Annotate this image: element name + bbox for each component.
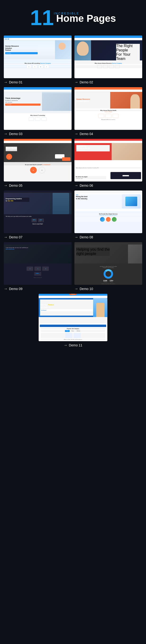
d1-topbar [4,36,72,38]
d5-hero: Hire Now for yourself or a business? ✦ [4,143,72,162]
d10-hero: Helping you find theright people [74,244,142,264]
d1-hero-btn: Learn More [5,52,38,54]
demo-num-08: Demo 08 [80,235,93,239]
demo-thumb-04[interactable]: Human Resource Solution Partner Why choo… [74,87,142,130]
arrow-icon-01: → [4,80,8,84]
demo-num-02: Demo 02 [80,80,93,84]
d6-hero: Empoweringleaders to live lifeon purpose… [74,143,112,161]
demo-item-01[interactable]: Human ResourceSolutionPartner Learn More… [4,36,72,84]
arrow-icon-04: → [74,132,78,136]
d4-bottom: Why choose Physical Health Service Compa… [74,108,142,130]
demo-item-06[interactable]: Empoweringleaders to live lifeon purpose… [74,139,142,188]
demo-thumb-08[interactable]: NEW → Hiring the bestin the industry. We… [74,190,142,233]
d11-tab-design[interactable]: Design [70,330,75,332]
new-badge: NEW [69,294,77,295]
demo-item-04[interactable]: Human Resource Solution Partner Why choo… [74,87,142,136]
page-header: 11 INCREDIBLE Home Pages [0,0,146,33]
demo-item-09[interactable]: I don't know who you are, but I will fin… [4,242,72,291]
demo-num-09: Demo 09 [9,287,22,291]
arrow-icon-02: → [74,80,78,84]
page-title: Home Pages [56,13,116,24]
demo-thumb-10[interactable]: Helping you find theright people Can Hel… [74,242,142,285]
demo-thumb-01[interactable]: Human ResourceSolutionPartner Learn More… [4,36,72,78]
demo-item-02[interactable]: The Right PeopleFor Your Team Get Starte… [74,36,142,84]
demo-label-03[interactable]: → Demo 03 [4,132,22,136]
arrow-icon-10: → [74,287,78,291]
demo-num-04: Demo 04 [80,132,93,136]
demo-item-03[interactable]: Think Advantage Excellent IT services fo… [4,87,72,136]
demo-item-10[interactable]: Helping you find theright people Can Hel… [74,242,142,291]
d11-tab-it[interactable]: IT Jobs [65,330,70,332]
demo-num-10: Demo 10 [80,287,93,291]
d11-bottom: Popular Job Category IT Jobs Design Mark… [39,324,107,341]
demo-label-05[interactable]: → Demo 05 [4,184,22,188]
d4-hero: Human Resource Solution Partner [74,92,142,108]
demo-thumb-09[interactable]: I don't know who you are, but I will fin… [4,242,72,285]
d3-hero: Think Advantage Excellent IT services fo… [4,92,72,111]
d7-hero: Empowering leadersto live life [4,193,72,214]
demo-label-06[interactable]: → Demo 06 [74,184,93,188]
d6-hero-right [112,143,142,161]
d1-bottom: Why choose HR consulting Services Compan… [4,62,72,78]
d8-bottom: We Provide Best Digital Services Leaders… [74,212,142,233]
d10-bottom: Can Help You With Picking Out The BestPe… [74,265,142,285]
d7-hero-title: Empowering leadersto live life [6,198,30,202]
d8-hero-title: Hiring the bestin the industry. [76,196,108,200]
demo-thumb-02[interactable]: The Right PeopleFor Your Team Get Starte… [74,36,142,78]
arrow-icon-11: → [64,343,68,347]
d1-hero-title: Human ResourceSolutionPartner [5,45,38,51]
arrow-icon-06: → [74,184,78,188]
demo-thumb-07[interactable]: Empowering leadersto live life We help y… [4,190,72,233]
d5-hero-title: Hire Now for yourself or a business? [6,147,17,151]
d8-hero: NEW → Hiring the bestin the industry. [74,193,142,211]
demo-num-11: Demo 11 [69,343,82,347]
d11-tab-marketing[interactable]: Marketing [76,330,81,332]
page-number: 11 [30,7,54,28]
demo-label-11[interactable]: → Demo 11 [64,343,82,347]
d3-bottom: Why choose IT consulting [4,113,72,130]
demo-item-11[interactable]: NEW Find Your PerfectJob Platform Get St… [4,294,142,347]
d7-bottom: We help you to go online and increase yo… [4,214,72,233]
d3-hero-subtitle: Excellent IT services foryour success [5,100,40,103]
demo-item-08[interactable]: NEW → Hiring the bestin the industry. We… [74,190,142,239]
d3-hero-title: Think Advantage [5,97,40,99]
d2-bottom: Why choose Human Resource Service Compan… [74,62,142,78]
arrow-icon-08: → [74,235,78,239]
demo-num-07: Demo 07 [9,235,22,239]
page-wrapper: 11 INCREDIBLE Home Pages Human ResourceS… [0,0,146,350]
demo-label-04[interactable]: → Demo 04 [74,132,93,136]
demos-grid: Human ResourceSolutionPartner Learn More… [0,33,146,350]
demo-label-01[interactable]: → Demo 01 [4,80,22,84]
d11-hero-img [93,298,107,317]
demo-item-05[interactable]: Hire Now for yourself or a business? ✦ D… [4,139,72,188]
d11-hero: Find Your PerfectJob Platform Get Starte… [39,298,107,317]
demo-num-05: Demo 05 [9,184,22,188]
arrow-icon-09: → [4,287,8,291]
demo-item-07[interactable]: Empowering leadersto live life We help y… [4,190,72,239]
d1-hero: Human ResourceSolutionPartner Learn More [4,40,72,59]
demo-label-08[interactable]: → Demo 08 [74,235,93,239]
d9-hero-title: I don't know who you are, but I will fin… [6,247,28,250]
d3-hero-btn: Get Started [5,104,40,106]
demo-thumb-06[interactable]: Empoweringleaders to live lifeon purpose… [74,139,142,182]
demo-num-06: Demo 06 [80,184,93,188]
arrow-icon-03: → [4,132,8,136]
d1-nav [4,38,72,40]
d9-hero: I don't know who you are, but I will fin… [4,244,72,264]
demo-label-02[interactable]: → Demo 02 [74,80,93,84]
d6-bottom: Advisor Agency Business Consultant Consu… [74,160,142,182]
d2-hero: The Right PeopleFor Your Team Get Starte… [74,40,142,60]
demo-thumb-05[interactable]: Hire Now for yourself or a business? ✦ D… [4,139,72,182]
arrow-icon-05: → [4,184,8,188]
demo-thumb-11[interactable]: NEW Find Your PerfectJob Platform Get St… [39,294,107,341]
demo-label-10[interactable]: → Demo 10 [74,287,93,291]
arrow-icon-07: → [4,235,8,239]
d9-bottom: ⊡ ⊡ ⊡ 358K+ Professionals Deliver Outsou… [4,265,72,285]
demo-label-07[interactable]: → Demo 07 [4,235,22,239]
d10-hero-title: Helping you find theright people [76,247,110,256]
demo-label-09[interactable]: → Demo 09 [4,287,22,291]
demo-thumb-03[interactable]: Think Advantage Excellent IT services fo… [4,87,72,130]
d4-hero-title: Human Resource [76,98,108,100]
d2-hero-title: The Right PeopleFor Your Team [116,44,140,60]
demo-num-01: Demo 01 [9,80,22,84]
